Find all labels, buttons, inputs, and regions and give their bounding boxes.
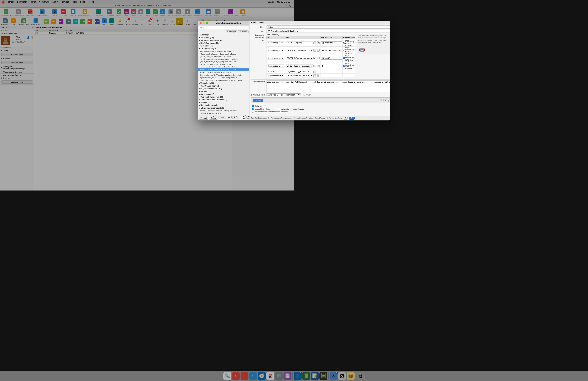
row1-wert: OP-LAG - Lagerung ▲ ▼: [285, 39, 294, 47]
btn-sort[interactable]: A..Z↓: [232, 116, 239, 119]
tree-emails[interactable]: ▶E-Mails (7): [198, 33, 249, 36]
leistungen-label: Leistungen,Diagnosen,etc.: [251, 34, 265, 41]
tree-frage-email[interactable]: _frage_email_leihsyste... -_frage_email_…: [198, 53, 249, 55]
btn-element[interactable]: + Element: [199, 115, 208, 120]
tree-rezepte[interactable]: ▶Rezepte (18): [198, 90, 249, 93]
tree-briefe[interactable]: ▶Briefe/Formulare (17): [198, 42, 249, 45]
dialog-overlay: Verwaltung Aktionsketten > aufklappen v …: [0, 0, 294, 190]
btn-gruppe[interactable]: + Gruppe: [209, 115, 218, 120]
expand-collapse-area: > aufklappen v zuklappen: [198, 30, 249, 33]
table-row-4: Karteieintrag an OP-ZV - Stationäre Zusa…: [267, 62, 294, 70]
tree-terminieren[interactable]: ▶Terminieren (60): [198, 82, 249, 85]
tree-email-sportklinik-hdrg[interactable]: _email_sportklinik_stat_op_hdrg - Anmeld…: [198, 60, 249, 63]
dialog-titlebar: Verwaltung Aktionsketten: [198, 21, 249, 25]
row3-typ-select[interactable]: Karteieintrag an: [267, 57, 284, 60]
ausw-kartei-label: auswählbar in Kartei: [255, 108, 271, 110]
row2-typ: Karteieintrag an: [267, 47, 285, 54]
row6-wert: OP_Termininierung_helios_P/GKV ▲ —: [285, 74, 294, 77]
traffic-light-red[interactable]: [200, 22, 202, 24]
table-row-6: Aktionskettenfra OP_Termininierung_helio…: [267, 74, 294, 77]
tree-abrechnung[interactable]: ▶Abrechnung (9): [198, 36, 249, 39]
zeige-verlauf-check[interactable]: [252, 105, 254, 107]
kuerzel-input[interactable]: [266, 25, 294, 29]
name-input[interactable]: [266, 30, 294, 33]
tree-sportklinik-hdrg2[interactable]: Sportklinik stat_hDRG - OP Terminierung …: [198, 76, 249, 79]
tree-untersuchungen[interactable]: ▶Untersuchungen (1): [198, 104, 249, 107]
verwaltung-dialog: Verwaltung Aktionsketten > aufklappen v …: [198, 21, 294, 120]
row3-wert-select[interactable]: OP-PORÖ - Wie soll man postoperativ Rönt…: [286, 57, 294, 60]
tree-sachkosten[interactable]: Sachkosten - Sachkosten: [198, 112, 249, 114]
tree-email-doctolio[interactable]: _email_doctolio - Eintrag OP Termin in D…: [198, 63, 249, 66]
ketten-details-header: Ketten-Details: [250, 21, 294, 24]
tree-helios-op[interactable]: Helios - OP Terminierung in der Helios-K…: [198, 68, 249, 71]
tree-ak-symbolliste[interactable]: ▶AK für die Symbolliste (6): [198, 39, 249, 42]
row3-typ: Karteieintrag an: [267, 54, 285, 62]
aus-favoriten-label: (aus Favoriten): [266, 34, 294, 36]
col-header-typ: Typ: [267, 36, 285, 39]
tree-ueberweisungen[interactable]: ▼Überweisungen/Rezepte (8): [198, 107, 249, 109]
collapse-btn[interactable]: v zuklappen: [238, 30, 249, 33]
tip-text: Tipp: Die Übernahme der Favoriten erfolg…: [251, 117, 294, 119]
traffic-light-green[interactable]: [206, 22, 208, 24]
section-divider-3: [251, 104, 294, 104]
btn-kopie-left[interactable]: Kopie: [218, 116, 226, 119]
table-row-3: Karteieintrag an OP-PORÖ - Wie soll man …: [267, 54, 294, 62]
ausw-kartei-row: auswählbar in Kartei: [252, 108, 271, 110]
zeige-verlauf-row: Zeige Verlauf: [252, 105, 294, 107]
row6-wert-select[interactable]: OP_Termininierung_helios_P/GKV: [286, 74, 294, 77]
ausw-termin-check[interactable]: [278, 108, 280, 110]
detail-table: Typ Wert Vorbefüllung Konfiguration: [266, 36, 294, 77]
hinweisfenster-label: Hinweisfenster: [251, 80, 265, 83]
row1-typ-select[interactable]: Karteieintrag an: [267, 41, 284, 44]
dialog-right-panel: Ketten-Details Kürzel Name Leis: [250, 21, 294, 120]
hinweisfenster-textarea[interactable]: Lass den Anmeldebogen, den Aufklärungsbo…: [266, 80, 294, 92]
email-vorlage-row: E-Mail aus Vorla Anmeldung OP Helios ver…: [251, 93, 294, 96]
btn-minus-left[interactable]: —: [227, 116, 231, 119]
tree-email-sportklinik-anm[interactable]: _email_sportklinik_stat_op_anmeldung - A…: [198, 58, 249, 60]
row6-typ-select[interactable]: Aktionskettenfra: [267, 74, 284, 77]
tree-dummy[interactable]: Dummy-Aktionskette Abbruch – Dummy-Aktio…: [198, 109, 249, 112]
tree-praxis-op[interactable]: Praxis - OP Terminierung in der Praxis: [198, 71, 249, 74]
ausw-kartei-check[interactable]: [252, 108, 254, 110]
tree-standardbefunde-ortho[interactable]: ▶Standardbefunde Orthopädie (7): [198, 98, 249, 101]
row4-wert-select[interactable]: OP-ZV - Stationäre Zusatzversicherung: [286, 65, 294, 67]
tree-op-dokumentation[interactable]: ▶OP_Dokumentation (103): [198, 87, 249, 90]
row1-wert-select[interactable]: OP-LAG - Lagerung: [286, 41, 294, 44]
tree-search-input[interactable]: [199, 26, 248, 29]
name-row: Name: [251, 30, 294, 33]
row2-typ-select[interactable]: Karteieintrag an: [267, 49, 284, 52]
checkbox-two-col: auswählbar in Kartei auswählbar im Termi…: [252, 108, 294, 111]
row5-wert-select[interactable]: OP_Anmeldung_Helios.docx: [286, 70, 294, 73]
tree-standardbefunde-fuss[interactable]: ▶Standardbefunde Fuß (29): [198, 95, 249, 98]
row2-wert: OP-INSTR - Instrumente für die Operation…: [285, 47, 294, 54]
checkboxes-area: Zeige Verlauf auswählbar in Kartei auswä…: [251, 104, 294, 114]
tree-termine[interactable]: ▶Termine (15): [198, 101, 249, 104]
traffic-light-yellow[interactable]: [203, 22, 205, 24]
geloeschte-checkbox[interactable]: [240, 116, 242, 118]
aktion-btn[interactable]: + Aktion: [252, 99, 263, 102]
dialog-title: Verwaltung Aktionsketten: [209, 22, 248, 24]
tree-sprechstunde[interactable]: ▶Sprechstunde (12): [198, 93, 249, 95]
tree-op-terminieren-blanko[interactable]: OP Terminieren Blanko - OP Terminierung: [198, 50, 249, 53]
dialog-left-footer: + Element + Gruppe Kopie — A..Z↓ gelösch…: [198, 114, 249, 120]
tree-op-anmelden[interactable]: ▼OP Anmelden (15): [198, 47, 249, 50]
tree-std-op-anmelden[interactable]: ▶Std. OP Anmelden (7): [198, 85, 249, 87]
expand-btn[interactable]: > aufklappen: [226, 30, 237, 33]
tree-email-sportklinik-leih[interactable]: _email_sportklinik_leihsysteme - Bestell…: [198, 66, 249, 68]
in-dropdowns-check[interactable]: [252, 111, 254, 113]
tree-email-helios-zv[interactable]: _email_helios_zv - Anmeldung OP in Helio…: [198, 55, 249, 58]
table-row-5: Brief OP_Anmeldung_Helios.docx: [267, 70, 294, 74]
tree-sportklinik-amb[interactable]: Sportklinik amb - OP Terminierung in der…: [198, 74, 249, 76]
row5-typ-select[interactable]: Brief: [267, 70, 275, 73]
zeige-verlauf-label: Zeige Verlauf: [255, 105, 265, 107]
row4-typ: Karteieintrag an: [267, 62, 285, 70]
row2-wert-select[interactable]: OP-INSTR - Instrumente für die Operation: [286, 49, 294, 52]
kuerzel-label: Kürzel: [251, 26, 265, 28]
in-dropdowns-label: in Dropdowns/Kommandozeile ausblenden: [255, 111, 288, 113]
dialog-left-panel: Verwaltung Aktionsketten > aufklappen v …: [198, 21, 250, 120]
row4-typ-select[interactable]: Karteieintrag an: [267, 65, 284, 67]
email-vorlage-select[interactable]: Anmeldung OP Helios verschlüsselt: [266, 93, 294, 96]
tree-scroll: ▶E-Mails (7) ▶Abrechnung (9) ▶AK für die…: [198, 33, 249, 114]
tree-sportklinik-drg[interactable]: Sportklinik DRG - OP Terminierung in der…: [198, 79, 249, 82]
tree-igel[interactable]: ▶IGeL-Liste (43): [198, 45, 249, 47]
